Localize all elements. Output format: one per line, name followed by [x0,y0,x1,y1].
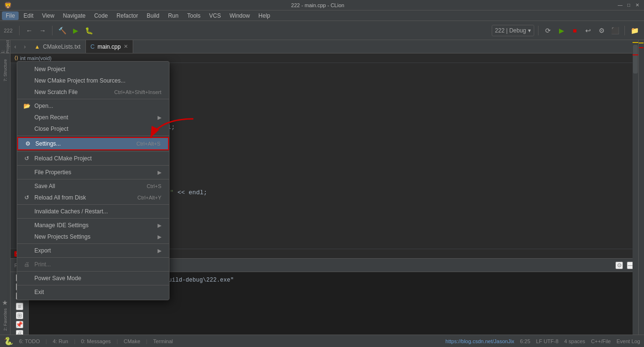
main-tab-label: main.cpp [97,43,121,50]
menu-invalidate-caches[interactable]: Invalidate Caches / Restart... [17,206,169,217]
menu-manage-ide[interactable]: Manage IDE Settings ▶ [17,220,169,231]
print-icon: 🖨 [23,261,31,268]
save-all-icon [23,182,31,190]
minimize-button[interactable]: — [617,2,623,8]
export-arrow: ▶ [158,248,161,254]
menu-print[interactable]: 🖨 Print... [17,259,169,270]
menu-div-4 [17,165,169,166]
toolbar-build-btn[interactable]: 🔨 [56,25,68,36]
open-recent-icon [23,114,31,121]
status-right: https://blog.csdn.net/JasonJix 6:25 LF U… [445,338,640,344]
toolbar-settings-btn[interactable]: ⚙ [596,25,607,36]
menu-code[interactable]: Code [90,11,112,20]
breadcrumb-item[interactable]: int main(void) [20,55,52,61]
menu-edit[interactable]: Edit [20,11,37,20]
menu-new-project[interactable]: New Project [17,63,169,75]
menu-power-save[interactable]: Power Save Mode [17,273,169,284]
menu-navigate[interactable]: Navigate [59,11,89,20]
menu-view[interactable]: View [38,11,58,20]
status-messages[interactable]: 0: Messages [81,338,111,344]
menu-file[interactable]: File [2,11,19,20]
manage-ide-arrow: ▶ [158,222,161,229]
run-panel-settings-btn[interactable]: ⚙ [615,262,623,269]
menu-build[interactable]: Build [143,11,163,20]
status-line-col[interactable]: 6:25 [520,338,530,344]
menu-help[interactable]: Help [254,11,274,20]
config-dropdown[interactable]: 222 | Debug ▾ [492,25,534,36]
menu-new-projects-settings[interactable]: New Projects Settings ▶ [17,231,169,242]
menu-close-project[interactable]: Close Project [17,123,169,135]
export-icon [23,247,31,254]
tab-scroll-left[interactable]: ‹ [11,40,20,53]
scroll-indicator[interactable] [633,63,638,249]
menu-open-recent[interactable]: Open Recent ▶ [17,112,169,123]
favorites-icon[interactable]: ★ [2,299,8,306]
menu-tools[interactable]: Tools [183,11,204,20]
run-wrap-btn[interactable]: ≡ [16,303,23,310]
invalidate-icon [23,208,31,215]
menu-div-7 [17,218,169,219]
new-project-icon [23,65,31,73]
toolbar-coverage-btn[interactable]: ⬛ [609,25,621,36]
scroll-thumb[interactable] [633,63,638,74]
toolbar-back-btn[interactable]: ← [23,25,35,36]
menu-settings-label: Settings... [35,140,61,147]
maximize-button[interactable]: □ [626,2,632,8]
right-marker-red [639,47,644,48]
menu-new-projects-settings-label: New Projects Settings [34,233,90,240]
status-event-log[interactable]: Event Log [616,338,640,344]
title-bar-title: 222 - main.cpp - CLion [18,2,617,8]
toolbar-debug-btn[interactable]: 🐛 [83,25,95,36]
menu-save-all-label: Save All [34,183,55,189]
project-label[interactable]: 1: Project [0,40,10,53]
menu-reload-cmake[interactable]: ↺ Reload CMake Project [17,153,169,164]
status-terminal[interactable]: Terminal [153,338,173,344]
menu-vcs[interactable]: VCS [205,11,225,20]
menu-open[interactable]: 📂 Open... [17,100,169,112]
menu-new-scratch[interactable]: New Scratch File Ctrl+Alt+Shift+Insert [17,86,169,98]
menu-file-properties[interactable]: File Properties ▶ [17,167,169,178]
menu-reload-disk[interactable]: ↺ Reload All from Disk Ctrl+Alt+Y [17,192,169,203]
run-pin-btn[interactable]: 📌 [16,321,23,328]
menu-export[interactable]: Export ▶ [17,245,169,256]
menu-refactor[interactable]: Refactor [113,11,142,20]
toolbar-forward-btn[interactable]: → [37,25,48,36]
status-cmake[interactable]: CMake [124,338,140,344]
favorites-label[interactable]: 2: Favorites [3,308,8,331]
toolbar-build2-btn[interactable]: ▶ [556,25,567,36]
status-encoding[interactable]: LF UTF-8 [536,338,559,344]
toolbar-sync-btn[interactable]: ⟳ [542,25,554,36]
menu-div-10 [17,271,169,272]
menu-div-8 [17,243,169,244]
status-url[interactable]: https://blog.csdn.net/JasonJix [445,338,514,344]
toolbar-sep-1 [19,26,20,35]
structure-label[interactable]: 7: Structure [2,57,9,84]
status-indent[interactable]: 4 spaces [564,338,585,344]
toolbar-stop-btn[interactable]: ■ [569,25,581,36]
status-run[interactable]: 4: Run [53,338,68,344]
close-button[interactable]: ✕ [634,2,640,8]
menu-div-5 [17,179,169,179]
menu-save-all[interactable]: Save All Ctrl+S [17,180,169,192]
window-controls[interactable]: — □ ✕ [617,2,640,8]
cmake-tab-icon: ▲ [34,43,40,50]
toolbar-run-btn[interactable]: ▶ [70,25,81,36]
menu-settings[interactable]: ⚙ Settings... Ctrl+Alt+S [17,137,169,150]
menu-window[interactable]: Window [226,11,254,20]
tab-scroll-right[interactable]: › [20,40,30,53]
toolbar-rerun-btn[interactable]: ↩ [582,25,594,36]
run-layout-btn[interactable]: ⊞ [16,312,23,319]
manage-ide-icon [23,221,31,229]
menu-new-cmake-project[interactable]: New CMake Project from Sources... [17,75,169,86]
main-tab-close[interactable]: ✕ [124,43,128,50]
cmake-tab[interactable]: ▲ CMakeLists.txt [30,40,86,53]
menu-exit[interactable]: Exit [17,286,169,298]
status-lang[interactable]: C++/File [591,338,611,344]
main-tab[interactable]: C main.cpp ✕ [86,40,133,53]
run-print-btn[interactable]: 🖨 [16,330,23,335]
status-bar: 🐍 6: TODO | 4: Run | 0: Messages | CMake… [0,335,644,347]
toolbar-git-btn[interactable]: 📁 [629,25,640,36]
menu-scratch-shortcut: Ctrl+Alt+Shift+Insert [114,89,161,95]
menu-run[interactable]: Run [164,11,182,20]
status-todo[interactable]: 6: TODO [19,338,40,344]
